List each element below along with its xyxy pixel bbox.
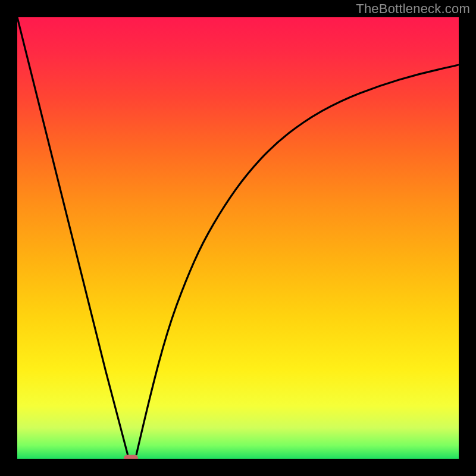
curve-right-branch [136,65,459,455]
watermark-text: TheBottleneck.com [356,1,470,17]
chart-curve-svg [17,17,459,459]
curve-left-branch [17,17,128,455]
minimum-marker [124,455,138,459]
chart-plot-area [17,17,459,459]
